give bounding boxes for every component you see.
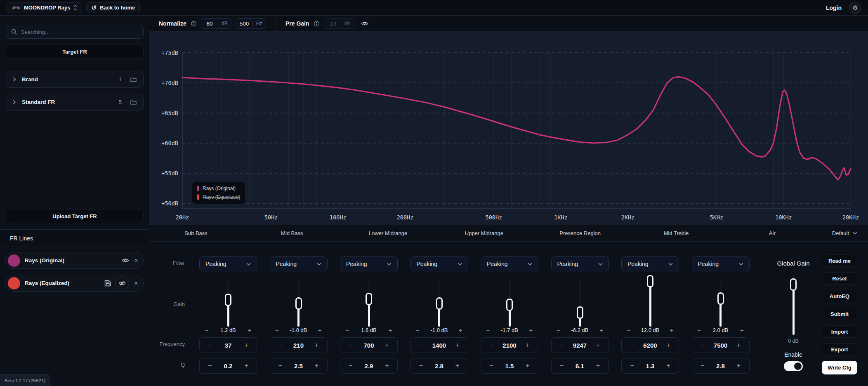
fr-line-item[interactable]: Rays (Original)× [5,252,144,269]
gain-increment-button[interactable]: + [316,327,324,334]
eq-band-3-filter-select[interactable]: Peaking [340,257,398,271]
gain-increment-button[interactable]: + [527,327,535,334]
frequency-decrement-button[interactable]: − [698,341,707,349]
eq-band-6-filter-select[interactable]: Peaking [551,257,609,271]
pregain-stepper[interactable]: -13 dB [324,18,354,29]
q-increment-button[interactable]: + [594,362,602,370]
legend-item[interactable]: Rays (Equalized) [197,194,240,200]
info-icon[interactable] [191,21,197,27]
q-increment-button[interactable]: + [313,362,321,370]
frequency-increment-button[interactable]: + [594,341,602,349]
eq-band-4-filter-select[interactable]: Peaking [410,257,468,271]
q-decrement-button[interactable]: − [628,362,636,370]
slider-handle[interactable] [436,297,443,310]
search-input[interactable] [21,29,138,35]
eq-band-8-filter-select[interactable]: Peaking [692,257,750,271]
settings-button[interactable]: ⚙ [849,2,861,14]
q-decrement-button[interactable]: − [206,362,214,370]
visibility-eye-button[interactable] [122,258,129,263]
q-decrement-button[interactable]: − [347,362,355,370]
frequency-increment-button[interactable]: + [453,341,462,349]
remove-fr-line-button[interactable]: × [134,257,138,264]
visibility-eye-off-button[interactable] [115,276,129,290]
sidebar-group-standard-fr[interactable]: Standard FR5 [6,94,144,111]
eq-band-6-gain-slider[interactable] [577,279,583,327]
gain-increment-button[interactable]: + [457,327,465,334]
q-increment-button[interactable]: + [664,362,672,370]
legend-item[interactable]: Rays (Original) [197,186,240,191]
info-icon[interactable] [314,21,320,27]
fr-line-item[interactable]: Rays (Equalized)× [5,275,144,292]
device-selector[interactable]: MOONDROP Rays [7,2,82,13]
eq-band-8-gain-slider[interactable] [717,279,724,327]
q-increment-button[interactable]: + [524,362,532,370]
eq-band-1-filter-select[interactable]: Peaking [199,257,257,271]
gain-decrement-button[interactable]: − [554,327,563,334]
frequency-increment-button[interactable]: + [735,341,743,349]
gain-increment-button[interactable]: + [597,327,606,334]
frequency-increment-button[interactable]: + [383,341,391,349]
upload-target-fr-button[interactable]: Upload Target FR [6,209,144,223]
remove-fr-line-button[interactable]: × [134,280,138,287]
q-increment-button[interactable]: + [453,362,462,370]
gain-increment-button[interactable]: + [386,327,394,334]
frequency-decrement-button[interactable]: − [558,341,566,349]
gain-increment-button[interactable]: + [738,327,746,334]
submit-button[interactable]: Submit [822,308,857,320]
eq-band-5-filter-select[interactable]: Peaking [481,257,538,271]
slider-handle[interactable] [366,293,372,305]
eye-icon[interactable] [361,21,368,26]
frequency-decrement-button[interactable]: − [417,341,425,349]
eq-band-2-filter-select[interactable]: Peaking [270,257,328,271]
back-to-home-button[interactable]: ↺ Back to home [86,2,140,13]
gain-decrement-button[interactable]: − [484,327,492,334]
frequency-increment-button[interactable]: + [524,341,532,349]
eq-band-1-gain-slider[interactable] [225,279,231,327]
eq-band-2-gain-slider[interactable] [295,279,302,327]
q-increment-button[interactable]: + [735,362,743,370]
eq-band-4-gain-slider[interactable] [436,279,443,327]
gain-decrement-button[interactable]: − [625,327,633,334]
gain-decrement-button[interactable]: − [695,327,703,334]
reset-button[interactable]: Reset [822,272,857,285]
frequency-increment-button[interactable]: + [313,341,321,349]
gain-decrement-button[interactable]: − [343,327,351,334]
slider-handle[interactable] [647,275,653,287]
target-fr-button[interactable]: Target FR [6,45,144,59]
gain-increment-button[interactable]: + [245,327,254,334]
frequency-decrement-button[interactable]: − [628,341,636,349]
slider-handle[interactable] [295,297,302,310]
q-increment-button[interactable]: + [242,362,250,370]
write-cfg-button[interactable]: Write Cfg [822,361,857,374]
slider-handle[interactable] [790,278,797,291]
eq-band-7-filter-select[interactable]: Peaking [621,257,679,271]
login-link[interactable]: Login [826,5,842,11]
frequency-decrement-button[interactable]: − [487,341,495,349]
gain-decrement-button[interactable]: − [273,327,281,334]
frequency-increment-button[interactable]: + [664,341,672,349]
export-button[interactable]: Export [822,343,857,355]
gain-decrement-button[interactable]: − [203,327,211,334]
gain-increment-button[interactable]: + [668,327,676,334]
q-decrement-button[interactable]: − [417,362,425,370]
frequency-decrement-button[interactable]: − [347,341,355,349]
preset-select[interactable]: Default [832,225,857,242]
q-increment-button[interactable]: + [383,362,391,370]
sidebar-group-brand[interactable]: Brand1 [6,71,144,88]
slider-handle[interactable] [225,294,231,306]
q-decrement-button[interactable]: − [487,362,495,370]
normalize-db-stepper[interactable]: 60 dB [201,18,231,29]
slider-handle[interactable] [577,306,583,319]
autoeq-button[interactable]: AutoEQ [822,290,857,302]
frequency-decrement-button[interactable]: − [276,341,285,349]
slider-handle[interactable] [506,299,513,311]
eq-band-5-gain-slider[interactable] [506,279,513,327]
q-decrement-button[interactable]: − [276,362,285,370]
eq-band-7-gain-slider[interactable] [647,279,653,327]
eq-band-3-gain-slider[interactable] [366,279,372,327]
enable-toggle[interactable] [784,361,803,371]
import-button[interactable]: Import [822,325,857,338]
save-button[interactable] [104,280,111,287]
slider-handle[interactable] [717,292,724,305]
frequency-increment-button[interactable]: + [242,341,250,349]
